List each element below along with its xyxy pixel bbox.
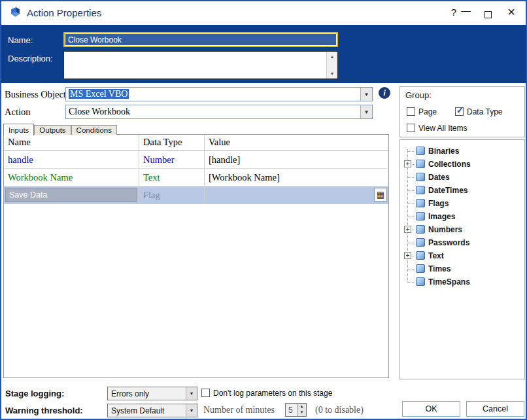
tab-inputs[interactable]: Inputs [3,124,34,135]
warning-threshold-label: Warning threshold: [5,406,83,415]
spinner-down-icon[interactable]: ▼ [297,410,306,416]
tree-item-label[interactable]: Flags [428,199,449,208]
app-icon [9,7,22,19]
tree-item-collections[interactable]: +Collections [400,158,524,171]
tree-item-images[interactable]: Images [400,210,524,223]
cell-data-type: Number [139,151,205,168]
tree-item-binaries[interactable]: Binaries [400,145,524,158]
view-all-items-checkbox[interactable] [407,124,415,132]
tree-item-icon [416,212,425,220]
info-icon[interactable]: i [379,87,390,99]
tree-item-timespans[interactable]: TimeSpans [400,275,524,289]
tree-item-dates[interactable]: Dates [400,171,524,184]
stage-logging-label: Stage logging: [5,389,64,398]
action-dropdown[interactable]: Close Workbook ▼ [65,105,373,119]
tree-item-label[interactable]: Times [428,264,450,273]
scroll-down-icon[interactable]: ▼ [327,69,337,78]
cell-value[interactable]: [handle] [205,151,388,168]
column-header-name: Name [4,135,139,150]
description-input[interactable]: ▲▼ [63,51,338,79]
warning-threshold-dropdown[interactable]: System Default ▼ [107,404,197,417]
disable-hint-label: (0 to disable) [315,405,364,415]
tree-item-label[interactable]: TimeSpans [428,277,470,287]
tree-item-label[interactable]: Passwords [428,238,469,247]
description-text [66,53,324,77]
cell-data-type: Flag [139,186,205,203]
cell-data-type: Text [139,169,205,186]
table-header-row: Name Data Type Value [4,135,388,151]
tree-item-label[interactable]: Numbers [428,225,462,234]
data-type-tree: Binaries +Collections Dates DateTimes Fl… [400,139,525,379]
tree-item-label[interactable]: Text [428,251,444,260]
action-value: Close Workbook [69,107,130,117]
tree-item-datetimes[interactable]: DateTimes [400,184,524,197]
close-button[interactable]: × [507,5,515,20]
cell-value[interactable]: ▦ [205,186,388,203]
cancel-button[interactable]: Cancel [466,401,524,417]
tree-item-icon [416,225,425,234]
tree-item-label[interactable]: Binaries [428,147,459,156]
tab-outputs[interactable]: Outputs [34,125,71,135]
tab-conditions[interactable]: Conditions [71,125,117,135]
tree-item-times[interactable]: Times [400,262,524,275]
tree-item-label[interactable]: Images [428,212,455,221]
tree-item-icon [416,251,425,260]
business-object-value: MS Excel VBO [69,89,129,99]
tree-item-numbers[interactable]: +Numbers [400,223,524,236]
name-input[interactable] [63,32,338,47]
tree-item-icon [416,264,425,273]
action-properties-dialog: Action Properties ? — × Name: Descriptio… [0,0,527,420]
business-object-dropdown[interactable]: MS Excel VBO ▼ [65,87,373,101]
maximize-button[interactable] [484,9,492,21]
table-row-selected[interactable]: Save Data Flag ▦ [4,186,388,204]
column-header-datatype: Data Type [139,135,205,150]
stage-logging-value: Errors only [111,389,149,398]
scroll-up-icon[interactable]: ▲ [327,52,337,61]
tree-item-label[interactable]: DateTimes [428,186,468,195]
name-label: Name: [8,35,33,45]
view-all-items-checkbox-label[interactable]: View All Items [418,124,467,133]
tree-item-text[interactable]: +Text [400,249,524,262]
check-icon: ✓ [456,105,464,115]
help-button[interactable]: ? [451,7,456,18]
dropdown-arrow-icon[interactable]: ▼ [360,88,372,101]
tree-item-label[interactable]: Dates [428,173,450,182]
expander-icon[interactable]: + [404,226,411,233]
minimize-button[interactable]: — [461,5,471,16]
data-type-checkbox[interactable]: ✓ [455,107,464,116]
cell-name-editor[interactable]: Save Data [5,188,137,202]
minutes-value: 5 [288,406,293,415]
minutes-spinner[interactable]: 5 ▲ ▼ [285,403,307,417]
expander-icon[interactable]: + [404,252,411,259]
tree-item-icon [416,277,425,286]
tree-item-passwords[interactable]: Passwords [400,236,524,249]
stage-logging-dropdown[interactable]: Errors only ▼ [107,387,197,400]
business-object-label: Business Object [5,89,66,100]
action-label: Action [5,107,30,118]
description-scrollbar[interactable]: ▲▼ [326,52,337,79]
dropdown-arrow-icon[interactable]: ▼ [360,105,372,118]
table-row[interactable]: handle Number [handle] [4,151,388,169]
expander-icon[interactable]: + [404,160,411,167]
page-checkbox[interactable] [407,107,415,116]
dont-log-checkbox-label[interactable]: Don't log parameters on this stage [213,389,332,398]
titlebar: Action Properties ? — × [1,1,526,25]
data-type-checkbox-label[interactable]: Data Type [467,107,502,116]
ok-button[interactable]: OK [402,401,460,417]
dropdown-arrow-icon[interactable]: ▼ [186,387,197,400]
tree-item-icon [416,173,425,181]
cell-value[interactable]: [Workbook Name] [205,169,388,186]
window-title: Action Properties [27,7,101,18]
page-checkbox-label[interactable]: Page [418,107,437,116]
tree-item-label[interactable]: Collections [428,160,471,169]
table-row[interactable]: Workbook Name Text [Workbook Name] [4,169,388,186]
tree-item-icon [416,147,425,155]
cell-name: Save Data [4,186,139,203]
dont-log-checkbox[interactable] [201,389,210,397]
tree-item-flags[interactable]: Flags [400,197,524,210]
inputs-table: Name Data Type Value handle Number [hand… [3,134,389,378]
dropdown-arrow-icon[interactable]: ▼ [186,404,197,417]
cell-name: handle [4,151,139,168]
number-of-minutes-label: Number of minutes [203,405,275,415]
expression-editor-button[interactable]: ▦ [374,188,387,201]
